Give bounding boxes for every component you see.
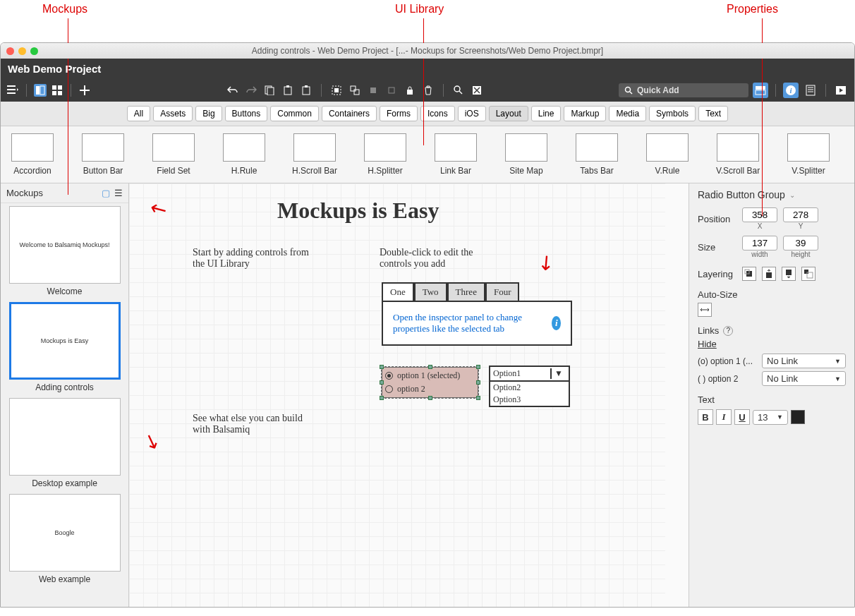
position-x-input[interactable] xyxy=(742,207,777,222)
undo-icon[interactable] xyxy=(226,84,239,97)
tab[interactable]: One xyxy=(382,282,414,301)
info-icon[interactable]: i xyxy=(783,83,799,98)
library-item-accordion[interactable]: Accordion xyxy=(8,133,57,176)
svg-rect-7 xyxy=(267,87,274,95)
send-backward-button[interactable] xyxy=(782,267,796,281)
svg-rect-18 xyxy=(407,90,413,95)
tab[interactable]: Four xyxy=(485,282,520,301)
library-toggle-icon[interactable] xyxy=(753,83,768,98)
radio-button-group-control[interactable]: option 1 (selected)option 2 xyxy=(382,367,478,398)
present-icon[interactable] xyxy=(833,83,849,98)
bring-forward-button[interactable] xyxy=(762,267,776,281)
copy-icon[interactable] xyxy=(263,84,276,97)
radio-option[interactable]: option 2 xyxy=(384,382,476,396)
notes-icon[interactable] xyxy=(803,83,818,98)
mockup-thumb: Boogle xyxy=(9,494,121,572)
link-select[interactable]: No Link▼ xyxy=(762,371,846,386)
text-color-swatch[interactable] xyxy=(791,410,805,424)
lock-icon[interactable] xyxy=(404,84,416,97)
category-forms[interactable]: Forms xyxy=(380,106,418,121)
quick-add-search[interactable] xyxy=(619,83,748,97)
category-common[interactable]: Common xyxy=(270,106,319,121)
mockup-item[interactable]: Desktop example xyxy=(4,398,126,488)
svg-rect-16 xyxy=(370,87,376,93)
library-item-v-rule[interactable]: V.Rule xyxy=(643,133,692,176)
clipboard-icon[interactable] xyxy=(300,84,313,97)
mockup-name: Adding controls xyxy=(4,382,126,392)
canvas-area[interactable]: ↖ Mockups is Easy Start by adding contro… xyxy=(129,183,689,607)
category-layout[interactable]: Layout xyxy=(489,106,528,121)
add-icon[interactable] xyxy=(78,84,91,97)
tab[interactable]: Two xyxy=(414,282,447,301)
library-item-link-bar[interactable]: Link Bar xyxy=(431,133,480,176)
category-all[interactable]: All xyxy=(127,106,150,121)
hide-links-button[interactable]: Hide xyxy=(698,339,846,349)
category-containers[interactable]: Containers xyxy=(322,106,377,121)
svg-rect-32 xyxy=(804,270,808,274)
category-assets[interactable]: Assets xyxy=(153,106,193,121)
bold-button[interactable]: B xyxy=(698,409,713,425)
category-text[interactable]: Text xyxy=(698,106,728,121)
mockups-sidebar: Mockups ▢ ☰ Welcome to Balsamiq Mockups!… xyxy=(1,183,129,607)
view-list-icon[interactable]: ☰ xyxy=(114,188,123,198)
library-item-h-scroll-bar[interactable]: H.Scroll Bar xyxy=(290,133,339,176)
library-item-v-scroll-bar[interactable]: V.Scroll Bar xyxy=(713,133,763,176)
link-select[interactable]: No Link▼ xyxy=(762,354,846,368)
menu-icon[interactable] xyxy=(6,84,19,97)
italic-button[interactable]: I xyxy=(716,409,732,425)
redo-icon[interactable] xyxy=(245,84,257,97)
library-item-label: V.Scroll Bar xyxy=(716,166,760,176)
category-ios[interactable]: iOS xyxy=(458,106,486,121)
group-icon[interactable] xyxy=(330,84,343,97)
mockup-item[interactable]: Welcome to Balsamiq Mockups!Welcome xyxy=(4,206,126,296)
library-item-label: Field Set xyxy=(157,166,190,176)
svg-rect-0 xyxy=(36,86,40,95)
view-single-icon[interactable] xyxy=(34,84,47,97)
tab[interactable]: Three xyxy=(447,282,485,301)
arrow-icon: ↖ xyxy=(145,195,171,223)
category-icons[interactable]: Icons xyxy=(420,106,455,121)
combo-box-control[interactable]: Option1▼ Option2 Option3 xyxy=(489,366,570,407)
paste-icon[interactable] xyxy=(281,84,294,97)
category-line[interactable]: Line xyxy=(531,106,562,121)
library-item-label: V.Rule xyxy=(655,166,680,176)
library-item-v-splitter[interactable]: V.Splitter xyxy=(784,133,833,176)
mockup-item[interactable]: BoogleWeb example xyxy=(4,494,126,584)
library-item-field-set[interactable]: Field Set xyxy=(149,133,198,176)
chevron-down-icon[interactable]: ⌄ xyxy=(789,191,795,199)
library-item-button-bar[interactable]: Button Bar xyxy=(78,133,128,176)
category-big[interactable]: Big xyxy=(195,106,222,121)
category-buttons[interactable]: Buttons xyxy=(225,106,268,121)
mockup-name: Welcome xyxy=(4,286,126,296)
library-item-site-map[interactable]: Site Map xyxy=(502,133,551,176)
tabs-bar-control[interactable]: OneTwoThreeFour Open the inspector panel… xyxy=(382,282,572,346)
combo-option: Option2 xyxy=(490,382,569,394)
send-to-back-button[interactable] xyxy=(801,267,815,281)
category-markup[interactable]: Markup xyxy=(564,106,606,121)
view-grid-icon[interactable] xyxy=(51,84,63,97)
zoom-icon[interactable] xyxy=(452,84,465,97)
library-item-h-splitter[interactable]: H.Splitter xyxy=(360,133,410,176)
position-y-input[interactable] xyxy=(783,207,818,222)
size-width-input[interactable] xyxy=(742,236,777,250)
help-icon[interactable]: ? xyxy=(723,326,733,336)
library-item-h-rule[interactable]: H.Rule xyxy=(219,133,269,176)
bring-front-icon[interactable] xyxy=(367,84,380,97)
svg-rect-5 xyxy=(58,91,62,95)
send-back-icon[interactable] xyxy=(385,84,398,97)
radio-option[interactable]: option 1 (selected) xyxy=(384,369,476,382)
quick-add-input[interactable] xyxy=(637,85,743,95)
underline-button[interactable]: U xyxy=(734,409,750,425)
size-height-input[interactable] xyxy=(783,236,818,250)
main-toolbar: i xyxy=(1,79,854,102)
font-size-select[interactable]: 13▼ xyxy=(753,410,788,425)
view-thumbs-icon[interactable]: ▢ xyxy=(102,188,110,198)
ungroup-icon[interactable] xyxy=(348,84,361,97)
category-media[interactable]: Media xyxy=(609,106,646,121)
autosize-width-button[interactable] xyxy=(698,303,712,317)
category-symbols[interactable]: Symbols xyxy=(649,106,696,121)
mockup-item[interactable]: Mockups is EasyAdding controls xyxy=(4,302,126,392)
bring-to-front-button[interactable] xyxy=(742,267,756,281)
markup-toggle-icon[interactable] xyxy=(471,84,483,97)
library-item-tabs-bar[interactable]: Tabs Bar xyxy=(572,133,621,176)
